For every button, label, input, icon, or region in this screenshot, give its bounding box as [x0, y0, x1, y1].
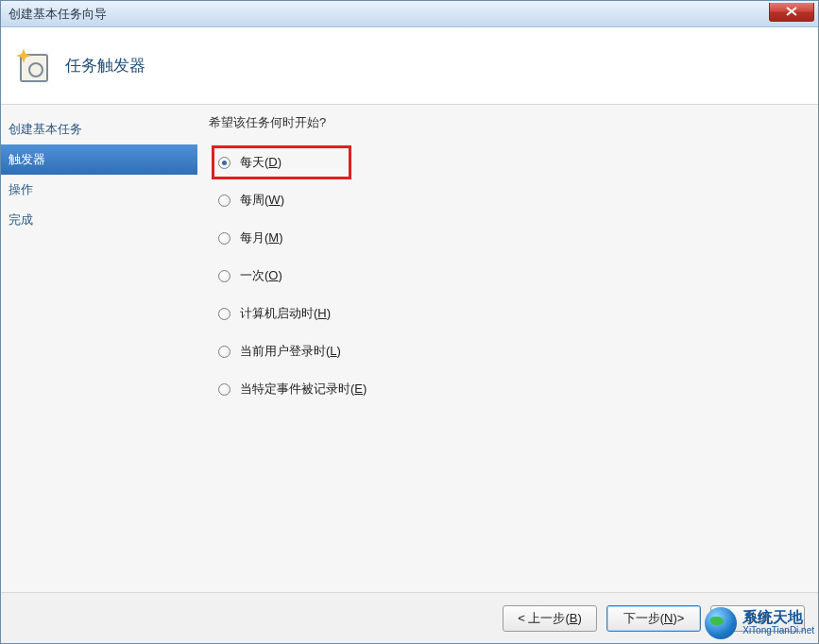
option-label: 每周(W): [240, 192, 284, 209]
cancel-button[interactable]: 取消: [710, 605, 805, 632]
window-title: 创建基本任务向导: [9, 6, 107, 23]
option-monthly[interactable]: 每月(M): [214, 224, 807, 252]
trigger-question: 希望该任务何时开始?: [209, 114, 807, 131]
wizard-body: 创建基本任务 触发器 操作 完成 希望该任务何时开始? 每天(D) 每周(W) …: [1, 105, 818, 592]
step-trigger[interactable]: 触发器: [1, 144, 197, 175]
wizard-header: 任务触发器: [1, 27, 818, 105]
wizard-footer: < 上一步(B) 下一步(N) > 取消: [1, 592, 818, 643]
radio-icon: [218, 308, 230, 320]
close-button[interactable]: [769, 3, 814, 22]
option-once[interactable]: 一次(O): [214, 262, 807, 290]
option-label: 计算机启动时(H): [240, 305, 331, 322]
radio-icon: [218, 346, 230, 358]
radio-icon: [218, 157, 230, 169]
back-button[interactable]: < 上一步(B): [503, 605, 597, 632]
wizard-steps-sidebar: 创建基本任务 触发器 操作 完成: [1, 105, 197, 592]
option-label: 一次(O): [240, 267, 282, 284]
radio-icon: [218, 195, 230, 207]
option-label: 每月(M): [240, 229, 283, 246]
option-label: 当前用户登录时(L): [240, 343, 341, 360]
task-scheduler-icon: [16, 48, 52, 84]
trigger-options-group: 每天(D) 每周(W) 每月(M) 一次(O) 计算机启动时(H): [214, 148, 807, 403]
step-create-basic-task[interactable]: 创建基本任务: [1, 114, 197, 144]
option-label: 当特定事件被记录时(E): [240, 381, 367, 398]
option-weekly[interactable]: 每周(W): [214, 186, 807, 214]
step-action[interactable]: 操作: [1, 175, 197, 205]
wizard-content: 希望该任务何时开始? 每天(D) 每周(W) 每月(M) 一次(O): [197, 105, 818, 592]
option-at-startup[interactable]: 计算机启动时(H): [214, 299, 807, 328]
radio-icon: [218, 383, 230, 396]
close-icon: [786, 7, 797, 16]
step-finish[interactable]: 完成: [1, 205, 197, 235]
page-title: 任务触发器: [65, 55, 145, 76]
radio-icon: [218, 232, 230, 245]
next-button[interactable]: 下一步(N) >: [606, 605, 701, 632]
wizard-window: 创建基本任务向导 任务触发器 创建基本任务 触发器 操作 完成 希望该任务何时开…: [0, 0, 819, 644]
option-daily[interactable]: 每天(D): [214, 148, 349, 177]
radio-icon: [218, 270, 230, 282]
option-on-event[interactable]: 当特定事件被记录时(E): [214, 375, 807, 403]
titlebar[interactable]: 创建基本任务向导: [1, 1, 818, 27]
option-at-logon[interactable]: 当前用户登录时(L): [214, 337, 807, 365]
svg-marker-0: [16, 48, 31, 63]
option-label: 每天(D): [240, 154, 282, 171]
